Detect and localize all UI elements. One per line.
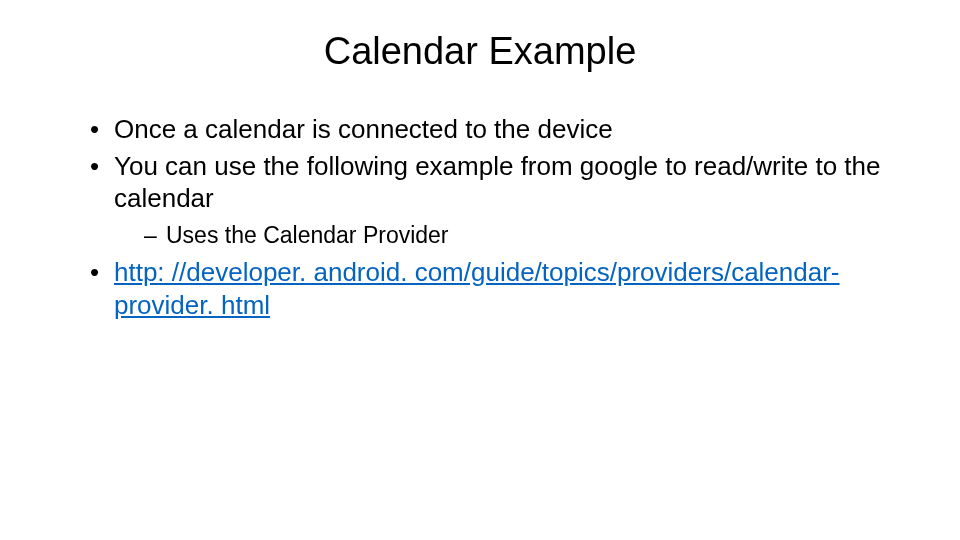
bullet-list: Once a calendar is connected to the devi… bbox=[60, 113, 900, 321]
list-item: Once a calendar is connected to the devi… bbox=[90, 113, 900, 146]
sub-bullet-text: Uses the Calendar Provider bbox=[166, 222, 449, 248]
sub-bullet-list: Uses the Calendar Provider bbox=[114, 221, 900, 251]
calendar-provider-link[interactable]: http: //developer. android. com/guide/to… bbox=[114, 257, 840, 320]
list-item: You can use the following example from g… bbox=[90, 150, 900, 251]
list-item: http: //developer. android. com/guide/to… bbox=[90, 256, 900, 321]
bullet-text: Once a calendar is connected to the devi… bbox=[114, 114, 613, 144]
list-item: Uses the Calendar Provider bbox=[144, 221, 900, 251]
slide-title: Calendar Example bbox=[60, 30, 900, 73]
bullet-text: You can use the following example from g… bbox=[114, 151, 881, 214]
